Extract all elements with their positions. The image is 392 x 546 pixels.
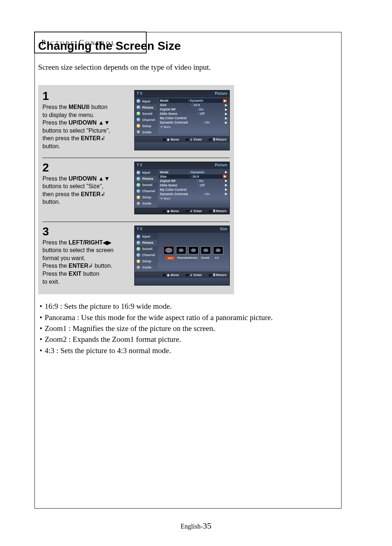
osd-menu-value: : 16:9 <box>191 175 199 178</box>
osd-side-label: Setup <box>142 124 151 128</box>
step-line: to exit. <box>42 278 131 286</box>
bullet-dot: • <box>40 334 45 345</box>
arrow-right-icon: ▶ <box>225 117 227 120</box>
osd-side-icon <box>136 99 141 104</box>
osd-screenshot: T VSizeInputPictureSoundChannelSetupGuid… <box>134 226 230 286</box>
osd-side-label: Setup <box>142 259 151 263</box>
osd-side-item: Channel <box>135 188 157 194</box>
osd-menu-label: Dynamic Contrast <box>160 121 188 124</box>
osd-side-label: Channel <box>142 253 155 257</box>
step-text: 1Press the MENUⅢ buttonto display the me… <box>42 90 134 150</box>
arrow-right-icon: ▶ <box>225 170 227 174</box>
bullet-item: •Zoom2 : Expands the Zoom1 format pictur… <box>40 334 338 345</box>
osd-menu-value: : On <box>197 108 204 111</box>
steps-box: 1Press the MENUⅢ buttonto display the me… <box>38 85 234 294</box>
size-label: Zoom2 <box>200 256 210 260</box>
osd-side-label: Picture <box>142 241 154 244</box>
osd-side-label: Setup <box>142 195 151 199</box>
page-lang: English- <box>181 523 203 530</box>
osd-side-label: Picture <box>142 106 154 109</box>
size-label: Zoom1 <box>189 256 198 260</box>
step-line: Press the LEFT/RIGHT◀▶ <box>42 239 131 247</box>
bullet-text: Zoom1 : Magnifies the size of the pictur… <box>45 323 215 334</box>
osd-side-icon <box>136 177 141 181</box>
osd-side-item: Input <box>135 98 157 104</box>
osd-side-item: Guide <box>135 264 157 271</box>
osd-menu-row: Mode: Dynamic▶ <box>160 170 227 174</box>
osd-side-icon <box>136 259 141 264</box>
osd-footer-item: Ⅲ Return <box>209 209 227 213</box>
osd-footer-item: ↲ Enter <box>185 273 202 277</box>
osd-side-item: Setup <box>135 194 157 201</box>
osd-side-icon <box>136 105 141 110</box>
step: 1Press the MENUⅢ buttonto display the me… <box>42 88 230 155</box>
arrow-right-icon: ▶ <box>225 179 227 182</box>
osd-title-left: T V <box>137 227 143 231</box>
osd-footer-item: ↲ Enter <box>185 209 202 213</box>
arrow-right-icon: ▶ <box>225 112 227 116</box>
osd-footer: ◆ Move↲ EnterⅢ Return <box>135 136 229 142</box>
step-line: Press the UP/DOWN ▲▼ <box>42 175 131 183</box>
osd-menu-value: : 16:9 <box>192 103 200 107</box>
size-thumb-inner <box>165 248 172 253</box>
step-line: Press the ENTER↲ button. <box>42 262 131 270</box>
osd-body: InputPictureSoundChannelSetupGuideMode: … <box>135 97 229 136</box>
osd-menu-row: Digital NR: On▶ <box>160 107 227 112</box>
size-thumb <box>176 246 186 254</box>
osd-header: T VSize <box>135 226 229 232</box>
osd-menu-label: My Color Control <box>160 116 187 120</box>
osd-side-item: Input <box>135 170 157 176</box>
size-label: 16:9 <box>166 256 175 260</box>
osd-header: T VPicture <box>135 90 229 97</box>
bullet-item: •4:3 : Sets the picture to 4:3 normal mo… <box>40 345 338 356</box>
osd-side-item: Picture <box>135 176 157 182</box>
size-label: Panorama <box>177 256 187 260</box>
osd-footer-item: Ⅲ Return <box>209 138 227 141</box>
content-area: Changing the Screen Size Screen size sel… <box>38 39 338 356</box>
step-line: to display the menu. <box>42 111 131 119</box>
osd-screenshot: T VPictureInputPictureSoundChannelSetupG… <box>134 90 230 150</box>
step-line: buttons to select "Size", <box>42 182 131 190</box>
osd-side-icon <box>136 234 141 239</box>
osd-menu-value: : Dynamic <box>189 170 205 174</box>
step-text: 2Press the UP/DOWN ▲▼buttons to select "… <box>42 162 134 214</box>
osd-side-item: Sound <box>135 110 157 117</box>
step-line: format you want. <box>42 254 131 262</box>
step-line: button. <box>42 198 131 206</box>
osd-screenshot: T VPictureInputPictureSoundChannelSetupG… <box>134 162 230 214</box>
size-thumbs-row <box>164 246 223 254</box>
size-thumb-inner <box>216 248 221 252</box>
osd-title-right: Picture <box>215 92 227 96</box>
osd-menu-label: Size <box>160 103 167 107</box>
step-row: 2Press the UP/DOWN ▲▼buttons to select "… <box>42 162 230 214</box>
osd-side-item: Sound <box>135 246 157 252</box>
step-number: 2 <box>42 162 131 173</box>
osd-title-left: T V <box>137 92 143 96</box>
size-thumb-inner <box>191 248 196 252</box>
step-number: 1 <box>42 90 131 102</box>
osd-side-label: Guide <box>142 130 152 134</box>
osd-menu-label: Mode <box>160 170 169 174</box>
osd-menu-value: : Off <box>198 112 205 116</box>
arrow-right-icon: ▶ <box>225 121 227 124</box>
bullet-item: •Zoom1 : Magnifies the size of the pictu… <box>40 323 338 334</box>
osd-side-icon <box>136 189 141 194</box>
osd-title-right: Size <box>220 227 227 231</box>
step-line: then press the ENTER↲ <box>42 190 131 198</box>
step-line: Press the MENUⅢ button <box>42 103 131 111</box>
arrow-right-icon: ▶ <box>225 108 227 111</box>
osd-side-label: Sound <box>142 112 152 116</box>
osd-size-panel: 16:9PanoramaZoom1Zoom24:3 <box>158 232 229 272</box>
size-thumb <box>188 246 199 254</box>
size-thumb <box>201 246 211 254</box>
osd-menu-label: DNIe Demo <box>160 112 177 116</box>
osd-side-item: Guide <box>135 129 157 135</box>
arrow-right-icon: ▶ <box>225 192 227 195</box>
osd-side-label: Input <box>142 171 150 174</box>
osd-side-label: Guide <box>142 202 152 205</box>
osd-side-label: Channel <box>142 118 155 122</box>
osd-body: InputPictureSoundChannelSetupGuide16:9Pa… <box>135 232 229 272</box>
intro-text: Screen size selection depends on the typ… <box>38 63 338 72</box>
step-line: Press the EXIT button <box>42 270 131 278</box>
size-thumb <box>164 246 174 254</box>
